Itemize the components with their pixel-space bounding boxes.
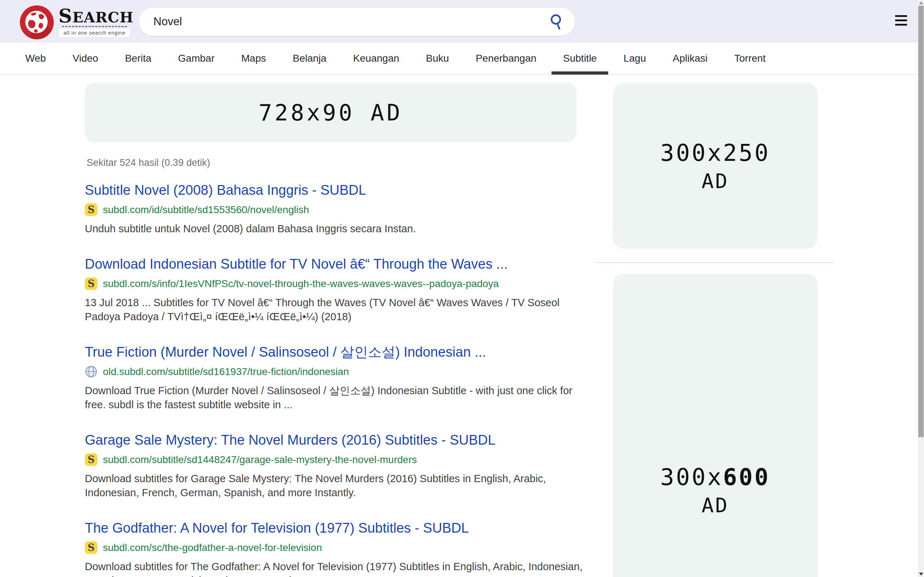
result-stats: Sekitar 524 hasil (0.39 detik) [87,157,210,168]
result-snippet: 13 Jul 2018 ... Subtitles for TV Novel â… [85,296,592,324]
sidebar-ad-size-text: 300x250 [660,140,770,166]
brand-name: SEARCH [58,8,131,25]
tab-subtitle[interactable]: Subtitle [550,43,610,74]
header: SEARCH all in one search engine [0,0,924,43]
tab-buku[interactable]: Buku [412,43,462,74]
magnifier-icon [548,13,565,30]
search-result: Download Indonesian Subtitle for TV Nove… [85,255,592,324]
globe-favicon-icon [85,365,97,378]
tab-berita[interactable]: Berita [111,43,165,74]
nav-tabs: Web Video Berita Gambar Maps Belanja Keu… [0,43,924,75]
result-title-link[interactable]: The Godfather: A Novel for Television (1… [85,519,469,537]
banner-ad-text: 728x90 AD [259,100,403,126]
search-result: Subtitle Novel (2008) Bahasa Inggris - S… [85,181,592,236]
result-snippet: Download subtitles for The Godfather: A … [85,560,592,577]
rail-divider [595,262,835,263]
result-url: subdl.com/subtitle/sd1448247/garage-sale… [103,454,417,466]
result-title-link[interactable]: Garage Sale Mystery: The Novel Murders (… [85,431,496,449]
result-snippet: Download True Fiction (Murder Novel / Sa… [85,384,592,412]
result-title-link[interactable]: Download Indonesian Subtitle for TV Nove… [85,255,508,272]
scrollbar-down-arrow-icon[interactable] [919,573,923,575]
result-snippet: Download subtitles for Garage Sale Myste… [85,472,592,500]
result-url: subdl.com/sc/the-godfather-a-novel-for-t… [103,542,322,554]
tab-keuangan[interactable]: Keuangan [340,43,412,74]
tab-lagu[interactable]: Lagu [610,43,659,74]
tab-gambar[interactable]: Gambar [165,43,228,74]
tab-aplikasi[interactable]: Aplikasi [659,43,721,74]
tab-torrent[interactable]: Torrent [721,43,779,74]
brand-tagline: all in one search engine [59,29,130,37]
result-url: old.subdl.com/subtitle/sd161937/true-fic… [103,366,349,377]
scrollbar-up-arrow-icon[interactable] [919,2,923,4]
globe-logo-icon [19,4,55,40]
tower-ad-size-prefix: 300x [660,464,723,490]
tower-ad-label: AD [702,493,729,517]
search-result: The Godfather: A Novel for Television (1… [85,519,592,577]
tab-web[interactable]: Web [12,43,59,74]
search-box[interactable] [139,8,575,36]
result-title-link[interactable]: Subtitle Novel (2008) Bahasa Inggris - S… [85,181,366,199]
tab-belanja[interactable]: Belanja [279,43,340,74]
subdl-favicon-icon: S [85,541,97,554]
result-url: subdl.com/id/subtitle/sd1553560/novel/en… [103,204,309,216]
search-results: Subtitle Novel (2008) Bahasa Inggris - S… [85,181,592,577]
scrollbar-thumb[interactable] [918,6,924,437]
subdl-favicon-icon: S [85,453,97,466]
search-button[interactable] [548,13,565,30]
banner-ad-728x90[interactable]: 728x90 AD [85,83,577,142]
subdl-favicon-icon: S [85,203,97,216]
tab-penerbangan[interactable]: Penerbangan [462,43,550,74]
sidebar-ad-300x600[interactable]: 300x600 AD [613,274,817,577]
hamburger-icon [895,15,908,26]
vertical-scrollbar[interactable] [918,0,924,577]
page: SEARCH all in one search engine Web Vide… [0,0,924,577]
sidebar-ad-label: AD [702,169,729,193]
sidebar-ad-300x250[interactable]: 300x250 AD [613,83,817,249]
search-result: Garage Sale Mystery: The Novel Murders (… [85,431,592,500]
tower-ad-size-bold: 600 [723,464,770,490]
search-result: True Fiction (Murder Novel / Salinsoseol… [85,343,592,412]
tab-maps[interactable]: Maps [228,43,279,74]
result-url: subdl.com/s/info/1IesVNfPSc/tv-novel-thr… [103,278,499,290]
search-input[interactable] [153,8,543,36]
subdl-favicon-icon: S [85,277,97,290]
result-snippet: Unduh subtitle untuk Novel (2008) dalam … [85,222,592,236]
result-title-link[interactable]: True Fiction (Murder Novel / Salinsoseol… [85,343,486,361]
menu-button[interactable] [895,15,908,27]
tab-video[interactable]: Video [59,43,111,74]
